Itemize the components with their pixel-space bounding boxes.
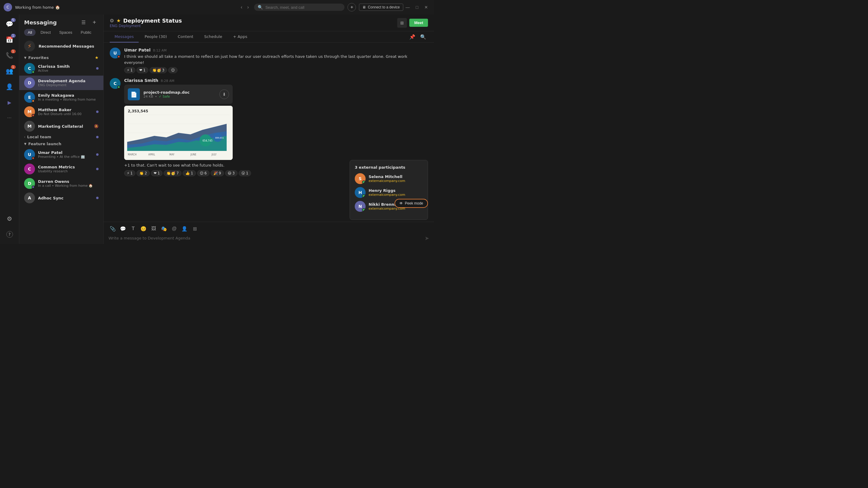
r-wow[interactable]: 😮1 xyxy=(239,170,251,176)
user-avatar[interactable]: C xyxy=(4,3,12,11)
channel-header-left: ⚙ ★ Deployment Status ENG Deployment xyxy=(110,18,394,28)
r-heart2[interactable]: ❤1 xyxy=(151,170,163,176)
tab-messages[interactable]: Messages xyxy=(110,31,138,42)
contact-item-common[interactable]: C Common Metrics Usability research xyxy=(19,162,103,176)
forward-button[interactable]: › xyxy=(245,3,250,11)
svg-text:MAY: MAY xyxy=(169,153,175,156)
umar-msg-header: Umar Patel 8:12 AM xyxy=(124,47,428,53)
apps-toolbar-button[interactable]: ⊞ xyxy=(190,224,199,233)
tab-people[interactable]: People (30) xyxy=(140,31,172,42)
external-person-henry: H Henry Riggs externalcompany.com xyxy=(355,187,423,198)
emoji-button[interactable]: 😊 xyxy=(139,224,148,233)
meet-button[interactable]: Meet xyxy=(409,19,428,27)
contact-item-matthew[interactable]: M Matthew Baker Do Not Disturb until 16:… xyxy=(19,104,103,119)
tab-apps[interactable]: + Apps xyxy=(228,31,252,42)
mention-button[interactable]: @ xyxy=(170,224,179,233)
contact-item-darren[interactable]: D Darren Owens In a call • Working from … xyxy=(19,176,103,191)
contact-item-emily[interactable]: E Emily Nakagawa In a meeting • Working … xyxy=(19,90,103,104)
attach-button[interactable]: 📎 xyxy=(108,224,117,233)
calls-badge: 1 xyxy=(11,50,16,53)
format-button[interactable]: T xyxy=(129,224,137,233)
rail-item-calls[interactable]: 📞 1 xyxy=(2,48,17,63)
rail-item-contacts[interactable]: 👤 xyxy=(2,79,17,94)
reaction-smile[interactable]: 😊 xyxy=(168,67,178,73)
contact-item-adhoc[interactable]: A Adhoc Sync xyxy=(19,191,103,205)
favorites-chevron: ▼ xyxy=(24,56,27,59)
image-button[interactable]: 🖼 xyxy=(150,224,158,233)
rail-item-teams[interactable]: 👥 1 xyxy=(2,64,17,78)
compose-button[interactable]: + xyxy=(90,18,98,27)
rail-item-activity[interactable]: ▶ xyxy=(2,95,17,110)
reaction-heart[interactable]: ❤1 xyxy=(136,67,148,73)
filter-tab-direct[interactable]: Direct xyxy=(37,29,54,36)
send-button[interactable]: ➤ xyxy=(425,235,429,241)
r-clap-party[interactable]: 👏🥳7 xyxy=(164,170,181,176)
sidebar-header: Messaging ☰ + xyxy=(19,14,103,29)
r-lightning[interactable]: ⚡1 xyxy=(124,170,135,176)
sticker-button[interactable]: 🎭 xyxy=(160,224,168,233)
tab-content[interactable]: Content xyxy=(173,31,198,42)
local-team-unread-dot xyxy=(96,136,98,138)
rail-item-help[interactable]: ? xyxy=(2,227,17,241)
r-clap2[interactable]: 👏2 xyxy=(136,170,150,176)
rail-item-settings[interactable]: ⚙ xyxy=(2,212,17,226)
add-button[interactable]: + xyxy=(347,3,356,11)
tab-schedule[interactable]: Schedule xyxy=(199,31,227,42)
local-team-section-header[interactable]: › Local team xyxy=(19,133,103,140)
download-button[interactable]: ⬇ xyxy=(219,90,229,99)
recommended-messages-item[interactable]: ⚡ Recommended Messages xyxy=(19,38,103,54)
emily-status: In a meeting • Working from home xyxy=(38,98,98,101)
umar-msg-time: 8:12 AM xyxy=(153,48,167,53)
filter-tab-public[interactable]: Public xyxy=(77,29,95,36)
clarissa-msg-time: 8:28 AM xyxy=(161,79,174,83)
contact-item-clarissa[interactable]: C Clarissa Smith Active xyxy=(19,61,103,76)
search-input[interactable] xyxy=(265,5,341,10)
rail-item-chat[interactable]: 💬 5 xyxy=(2,17,17,31)
filter-tab-spaces[interactable]: Spaces xyxy=(56,29,76,36)
more-icon: ··· xyxy=(7,116,11,120)
back-button[interactable]: ‹ xyxy=(239,3,244,11)
reply-button[interactable]: 💬 xyxy=(119,224,127,233)
favorites-section-header[interactable]: ▼ Favorites ★ xyxy=(19,54,103,61)
rail-item-more[interactable]: ··· xyxy=(2,111,17,125)
reaction-clap[interactable]: 👏🥳3 xyxy=(150,67,167,73)
svg-text:JULY: JULY xyxy=(211,153,217,156)
window-controls: — □ ✕ xyxy=(403,4,430,11)
pin-icon-button[interactable]: 📌 xyxy=(407,32,417,42)
search-messages-button[interactable]: 🔍 xyxy=(418,32,428,42)
peek-mode-button[interactable]: 👁 Peek mode xyxy=(395,199,428,208)
filter-tab-all[interactable]: All xyxy=(24,29,36,36)
channel-sub-label[interactable]: ENG Deployment xyxy=(110,24,394,28)
contact-item-development[interactable]: D Development Agenda ENG Deployment xyxy=(19,76,103,90)
feature-launch-section-header[interactable]: ▼ Feature launch xyxy=(19,140,103,147)
r-smile2[interactable]: 😊6 xyxy=(197,170,210,176)
icon-rail: 💬 5 📅 1 📞 1 👥 1 👤 ▶ ··· ⚙ ? xyxy=(0,14,19,244)
minimize-button[interactable]: — xyxy=(403,4,412,11)
rail-item-calendar[interactable]: 📅 1 xyxy=(2,33,17,47)
connect-device-button[interactable]: 🖥 Connect to a device xyxy=(359,4,403,11)
title-bar: C Working from home 🏠 ‹ › 🔍 + 🖥 Connect … xyxy=(0,0,434,14)
search-bar[interactable]: 🔍 xyxy=(254,4,344,11)
contact-item-umar[interactable]: U Umar Patel Presenting • At the office … xyxy=(19,147,103,162)
channel-gear-icon[interactable]: ⚙ xyxy=(110,18,114,24)
emily-avatar: E xyxy=(24,92,35,103)
contact-item-marketing[interactable]: M Marketing Collateral 🔕 xyxy=(19,119,103,133)
development-info: Development Agenda ENG Deployment xyxy=(38,78,98,87)
favorites-title: Favorites xyxy=(28,56,93,60)
people-button[interactable]: 👤 xyxy=(180,224,189,233)
tab-bar: Messages People (30) Content Schedule + … xyxy=(104,31,434,43)
maximize-button[interactable]: □ xyxy=(413,4,421,11)
clarissa-msg-status xyxy=(117,86,120,89)
window-title: Working from home 🏠 xyxy=(15,5,239,10)
r-tada[interactable]: 🎉9 xyxy=(211,170,224,176)
r-laugh[interactable]: 😄3 xyxy=(225,170,238,176)
r-thumbsup[interactable]: 👍1 xyxy=(183,170,196,176)
umar-msg-status xyxy=(117,55,120,58)
filter-icon-button[interactable]: ☰ xyxy=(79,18,88,27)
message-input-placeholder[interactable]: Write a message to Development Agenda xyxy=(108,235,422,241)
reaction-lightning[interactable]: ⚡1 xyxy=(124,67,135,73)
matthew-status-dot xyxy=(32,114,35,117)
close-button[interactable]: ✕ xyxy=(422,4,430,11)
channel-star-icon[interactable]: ★ xyxy=(116,18,121,24)
snapshot-button[interactable]: ⊞ xyxy=(397,18,407,28)
